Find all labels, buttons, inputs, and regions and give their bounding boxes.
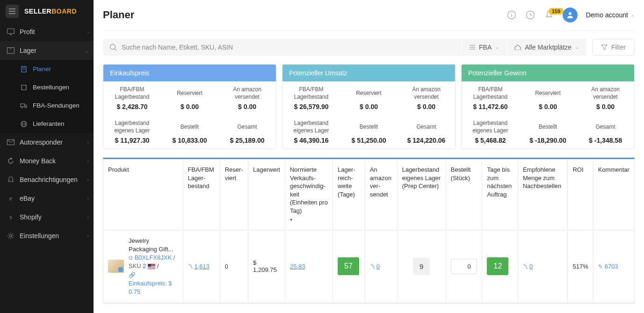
product-thumbnail[interactable]	[108, 260, 124, 273]
metric-label: Gesamt	[579, 120, 631, 135]
col-own-warehouse[interactable]: Lagerbestand eigenes Lager (Prep Center)	[397, 159, 446, 230]
brand-logo: SELLERBOARD	[24, 7, 77, 15]
table-row: Jewelry Packaging Gift... ⧉ B0XLFX8JXK /…	[103, 230, 634, 303]
page-title: Planer	[103, 9, 134, 21]
edit-icon	[20, 84, 28, 91]
col-fba-stock[interactable]: FBA/FBM Lager­bestand	[183, 159, 220, 230]
ordered-input[interactable]: 0	[451, 259, 477, 274]
product-asin-link[interactable]: B0XLFX8JXK	[135, 254, 172, 261]
sidebar-item-planer[interactable]: Planer	[0, 60, 94, 78]
comment-value[interactable]: 6703	[605, 263, 618, 270]
metric-value: $ 0.00	[522, 103, 574, 110]
metric-value: $ 0.00	[343, 103, 395, 110]
sidebar-label: Einstellungen	[20, 232, 59, 240]
metric-label: An amazon versendet	[400, 86, 452, 101]
sidebar-item-shopify[interactable]: s Shopify ›	[0, 208, 94, 226]
sidebar-label: Lieferanten	[33, 120, 65, 127]
filter-button[interactable]: Filter	[592, 39, 635, 56]
product-title: Jewelry Packaging Gift...	[129, 237, 178, 254]
brand-part2: BOARD	[51, 7, 77, 15]
metric-value: $ 25,189.00	[221, 137, 273, 144]
notification-bell[interactable]: 159	[544, 10, 554, 20]
metric-label: Lagerbestand eigenes Lager	[464, 120, 516, 135]
fba-dropdown[interactable]: FBA ⌄	[462, 39, 507, 56]
search-icon	[109, 44, 117, 51]
metric-label: FBA/FBM Lagerbestand	[464, 86, 516, 101]
fba-stock-value[interactable]: 1,613	[195, 263, 210, 270]
copy-icon[interactable]: ⧉	[129, 255, 133, 261]
own-warehouse-badge: 9	[413, 258, 430, 275]
chevron-right-icon: ›	[87, 140, 89, 145]
svg-rect-7	[22, 85, 26, 90]
metric-value: $ -18,290.00	[522, 137, 574, 144]
filter-bar: Suche nach Name, Etikett, SKU, ASIN FBA …	[103, 39, 635, 56]
col-stock-value[interactable]: Lagerwert	[248, 159, 285, 230]
search-input[interactable]: Suche nach Name, Etikett, SKU, ASIN	[103, 39, 462, 56]
col-roi[interactable]: ROI	[568, 159, 593, 230]
card-title: Einkaufspreis	[103, 65, 276, 81]
product-sku: SKU 2	[129, 262, 146, 269]
col-days-next[interactable]: Tage bis zum nächsten Auftrag	[482, 159, 518, 230]
sidebar-item-autoresponder[interactable]: Autoresponder ›	[0, 133, 94, 152]
bell-icon	[7, 176, 15, 183]
avatar[interactable]	[563, 7, 578, 22]
history-icon[interactable]	[525, 10, 535, 20]
sidebar-item-profit[interactable]: Profit ›	[0, 22, 94, 41]
metric-label: Lagerbestand eigenes Lager	[106, 120, 158, 135]
sidebar-label: Profit	[20, 28, 35, 36]
col-reserved[interactable]: Reser­viert	[220, 159, 248, 230]
col-velocity[interactable]: Normierte Verkaufs­geschwindig­keit (Ein…	[285, 159, 333, 230]
account-dropdown[interactable]: Demo account ⌄	[586, 11, 635, 19]
chevron-right-icon: ›	[87, 159, 89, 164]
sidebar-item-benachrichtigungen[interactable]: Benachrichtigungen ›	[0, 170, 94, 189]
card-gewinn: Potenzieller Gewinn FBA/FBM Lagerbestand…	[461, 64, 635, 149]
sidebar-lager-subnav: Planer Bestellungen FBA-Sendungen Liefer…	[0, 60, 94, 133]
product-cell: Jewelry Packaging Gift... ⧉ B0XLFX8JXK /…	[108, 237, 178, 296]
reserved-value: 0	[220, 230, 248, 303]
sidebar: SELLERBOARD Profit › Lager ⌄ Planer Best…	[0, 0, 94, 304]
col-produkt[interactable]: Produkt	[103, 159, 183, 230]
link-icon[interactable]: 🔗	[129, 272, 136, 278]
metric-label: FBA/FBM Lagerbestand	[106, 86, 158, 101]
sidebar-label: Autoresponder	[20, 138, 63, 146]
ebay-icon: e	[7, 195, 15, 202]
sidebar-item-fba-sendungen[interactable]: FBA-Sendungen	[0, 96, 94, 115]
metric-value: $ 5,468.82	[464, 137, 516, 144]
table-header-row: Produkt FBA/FBM Lager­bestand Reser­vier…	[103, 159, 634, 230]
metric-label: An amazon versendet	[221, 86, 273, 101]
edit-icon[interactable]: ✎	[598, 263, 603, 270]
chevron-right-icon: ›	[87, 29, 89, 35]
sent-amazon-value[interactable]: 0	[376, 263, 380, 270]
svg-point-11	[25, 107, 27, 108]
info-icon[interactable]	[507, 10, 517, 20]
col-recommended[interactable]: Empfohlene Menge zum Nachbestellen	[518, 159, 568, 230]
trend-icon: 〽	[523, 264, 528, 269]
sidebar-item-bestellungen[interactable]: Bestellungen	[0, 78, 94, 96]
col-sent-amazon[interactable]: An amazon ver­sendet	[365, 159, 397, 230]
home-icon	[514, 44, 521, 50]
card-umsatz: Potenzieller Umsatz FBA/FBM Lagerbestand…	[282, 64, 456, 149]
svg-rect-9	[21, 104, 25, 107]
recommended-value[interactable]: 0	[529, 263, 533, 270]
metric-value: $ 124,220.06	[400, 137, 452, 144]
products-table: Produkt FBA/FBM Lager­bestand Reser­vier…	[103, 158, 635, 304]
sidebar-item-lieferanten[interactable]: Lieferanten	[0, 115, 94, 133]
col-comment[interactable]: Kommentar	[593, 159, 634, 230]
metric-label: An amazon versendet	[579, 86, 631, 101]
product-price-link[interactable]: Einkaufspreis: $ 0.75	[129, 280, 172, 295]
menu-toggle[interactable]	[6, 5, 19, 18]
globe-icon	[20, 121, 28, 127]
sidebar-item-moneyback[interactable]: Money Back ›	[0, 152, 94, 170]
velocity-value[interactable]: 25.83	[290, 263, 305, 270]
col-days-stock[interactable]: Lager­reich­weite (Tage)	[333, 159, 365, 230]
sidebar-item-einstellungen[interactable]: Einstellungen ›	[0, 226, 94, 245]
col-ordered[interactable]: Bestellt (Stück)	[446, 159, 482, 230]
marketplace-dropdown[interactable]: Alle Marktplätze ⌄	[507, 39, 586, 56]
account-name: Demo account	[586, 11, 628, 19]
sidebar-item-lager[interactable]: Lager ⌄	[0, 41, 94, 60]
metric-label: Bestellt	[164, 120, 216, 135]
search-placeholder: Suche nach Name, Etikett, SKU, ASIN	[122, 44, 233, 51]
metric-value: $ 11,927.30	[106, 137, 158, 144]
sidebar-item-ebay[interactable]: e eBay ›	[0, 189, 94, 208]
shopify-icon: s	[7, 213, 15, 221]
